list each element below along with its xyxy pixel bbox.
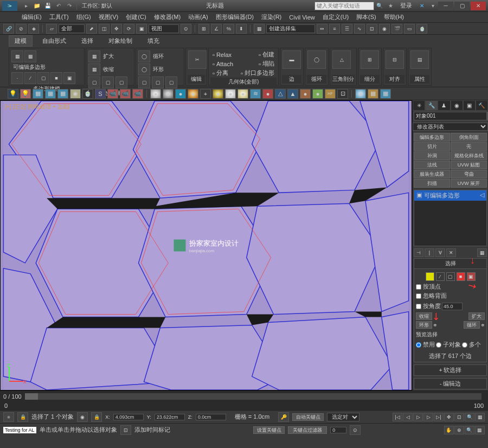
- schematic-icon[interactable]: ⊡: [367, 24, 377, 34]
- pivot-icon[interactable]: ⊙: [181, 24, 191, 34]
- relax-btn[interactable]: ▫Relax▫创建: [210, 50, 277, 59]
- menu-render[interactable]: 渲染(R): [261, 13, 281, 21]
- r6-icon[interactable]: ▢: [165, 76, 177, 88]
- mat3-icon[interactable]: ●: [175, 89, 186, 99]
- angle-snap-icon[interactable]: ∠: [211, 24, 222, 34]
- time-slider[interactable]: [25, 393, 481, 400]
- subobj-vertex-icon[interactable]: ·: [426, 272, 434, 281]
- c7-icon[interactable]: 🍵: [82, 89, 93, 99]
- nav1-icon[interactable]: ✥: [444, 413, 454, 421]
- iso-icon[interactable]: ◉: [77, 412, 88, 422]
- login-link[interactable]: 登录: [400, 2, 412, 10]
- mat16-icon[interactable]: ⊡: [337, 89, 348, 99]
- menu-modifier[interactable]: 修改器(M): [154, 13, 181, 21]
- render-setup-icon[interactable]: 🎬: [391, 24, 402, 34]
- r1-icon[interactable]: ▢: [88, 76, 100, 88]
- workspace-label[interactable]: 工作区: 默认: [82, 2, 112, 10]
- script-icon[interactable]: ≡: [3, 412, 14, 422]
- mat17-icon[interactable]: ●: [355, 89, 366, 99]
- loop-big-icon[interactable]: ◯: [307, 50, 326, 69]
- rollout-selection-header[interactable]: 选择: [414, 258, 487, 269]
- mat7-icon[interactable]: ●: [225, 89, 236, 99]
- setkey-button[interactable]: 设置关键点: [253, 426, 285, 434]
- mat14-icon[interactable]: ●: [312, 89, 323, 99]
- sub1-icon[interactable]: ·: [11, 72, 23, 84]
- menu-view[interactable]: 视图(V): [99, 13, 119, 21]
- next-frame-icon[interactable]: ▷: [423, 413, 433, 421]
- save-icon[interactable]: 💾: [43, 2, 53, 10]
- edit-big-icon[interactable]: ✂: [188, 50, 207, 69]
- filter-combo[interactable]: 全部: [59, 24, 85, 33]
- lock2-icon[interactable]: 🔒: [91, 412, 102, 422]
- sub2-icon[interactable]: ∕: [24, 72, 36, 84]
- sub4-icon[interactable]: ■: [50, 72, 62, 84]
- unique-icon[interactable]: ∀: [435, 248, 445, 257]
- rotate-icon[interactable]: ⟳: [124, 24, 134, 34]
- y-coord[interactable]: [155, 414, 185, 420]
- mat9-icon[interactable]: ≋: [250, 89, 261, 99]
- menu-group[interactable]: 组(G): [76, 13, 91, 21]
- sub3-icon[interactable]: ▢: [37, 72, 49, 84]
- frame-input[interactable]: [330, 427, 346, 433]
- addtime-label[interactable]: 添加时间标记: [134, 426, 170, 434]
- selset-combo[interactable]: 创建选择集: [266, 24, 315, 33]
- timeline[interactable]: 0 / 100: [0, 391, 488, 401]
- autokey-button[interactable]: 自动关键点: [292, 413, 324, 421]
- show-icon[interactable]: |: [425, 248, 434, 257]
- maximize-button[interactable]: ▢: [454, 2, 470, 10]
- goto-start-icon[interactable]: |◁: [393, 413, 402, 421]
- align-icon[interactable]: ≡: [329, 24, 340, 34]
- grow-button[interactable]: 扩大: [468, 312, 485, 320]
- grow-ricon[interactable]: ▦: [88, 50, 100, 62]
- mat6-icon[interactable]: ●: [213, 89, 223, 99]
- mat19-icon[interactable]: ▦: [380, 89, 391, 99]
- r3-icon[interactable]: ▢: [115, 76, 127, 88]
- menu-help[interactable]: 帮助(H): [384, 13, 404, 21]
- select-icon[interactable]: ▱: [46, 24, 57, 34]
- angle-spinner[interactable]: [442, 303, 463, 310]
- orbit-icon[interactable]: ⊕: [454, 426, 464, 434]
- sub5-icon[interactable]: ▣: [63, 72, 75, 84]
- time-config-icon[interactable]: ⊙: [350, 425, 361, 435]
- star-icon[interactable]: ★: [386, 2, 395, 10]
- menu-anim[interactable]: 动画(A): [188, 13, 208, 21]
- time-ruler[interactable]: 0100: [0, 401, 488, 410]
- mat4-icon[interactable]: ●: [188, 89, 198, 99]
- c9-icon[interactable]: 📹: [107, 89, 118, 99]
- align-big-icon[interactable]: ⊟: [386, 50, 404, 69]
- tab-utilities[interactable]: 🔨: [476, 100, 488, 111]
- help-icon[interactable]: 🔍: [375, 2, 384, 10]
- c8-icon[interactable]: S: [95, 89, 106, 99]
- c3-icon[interactable]: ▦: [33, 89, 43, 99]
- pin-icon[interactable]: ⊣: [414, 248, 423, 257]
- menu-civil[interactable]: Civil View: [289, 14, 314, 21]
- mirror-icon[interactable]: ⇔: [317, 24, 328, 34]
- subobj-poly-icon[interactable]: ■: [457, 272, 465, 281]
- redo-icon[interactable]: ↷: [65, 2, 74, 10]
- dd-icon[interactable]: ▾: [428, 2, 438, 10]
- object-name-input[interactable]: [414, 112, 487, 120]
- modifier-list-combo[interactable]: 修改器列表: [413, 123, 488, 131]
- open-icon[interactable]: 📁: [32, 2, 42, 10]
- tab-hierarchy[interactable]: ♟: [438, 100, 450, 111]
- move-icon[interactable]: ✥: [111, 24, 122, 34]
- mat11-icon[interactable]: △: [275, 89, 286, 99]
- new-icon[interactable]: ▸: [21, 2, 31, 10]
- r4-icon[interactable]: ▢: [138, 76, 150, 88]
- goto-end-icon[interactable]: ▷|: [434, 413, 444, 421]
- cursor-icon[interactable]: ⬈: [86, 24, 97, 34]
- tri-big-icon[interactable]: △: [332, 50, 351, 69]
- menu-create[interactable]: 创建(C): [126, 13, 146, 21]
- app-logo[interactable]: 3▸: [2, 1, 17, 11]
- ribbon-tab-fill[interactable]: 填充: [142, 36, 165, 46]
- loop-ricon[interactable]: ◯: [138, 50, 150, 62]
- c10-icon[interactable]: 📹: [120, 89, 131, 99]
- play-icon[interactable]: ▷: [413, 413, 423, 421]
- modifier-stack[interactable]: ▣ 可编辑多边形◁: [414, 190, 487, 246]
- nav3-icon[interactable]: 🔍: [465, 413, 474, 421]
- mat15-icon[interactable]: HF: [325, 89, 336, 99]
- ribbon-tab-modeling[interactable]: 建模: [9, 35, 33, 47]
- keyfilter-button[interactable]: 关键点过滤器: [288, 426, 327, 434]
- pan-icon[interactable]: ✋: [444, 426, 454, 434]
- x-coord[interactable]: [113, 414, 144, 420]
